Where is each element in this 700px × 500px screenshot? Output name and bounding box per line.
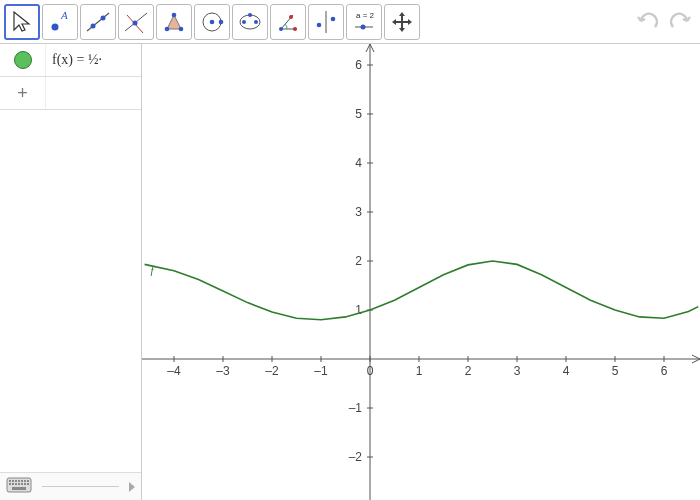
svg-point-23 [331,16,336,21]
svg-text:–1: –1 [314,364,328,378]
svg-text:6: 6 [355,58,362,72]
ellipse-tool[interactable] [232,4,268,40]
add-expression-button[interactable]: + [0,77,46,109]
undo-button[interactable] [632,6,664,38]
add-plus-label: + [17,83,28,104]
svg-rect-37 [15,483,17,485]
svg-text:6: 6 [661,364,668,378]
svg-line-2 [87,13,109,31]
svg-rect-31 [18,480,20,482]
svg-text:A: A [60,9,68,21]
graph-view[interactable]: –4–3–2–10123456–2–1123456f [142,44,700,500]
svg-point-9 [179,26,184,31]
point-tool[interactable]: A [42,4,78,40]
svg-point-4 [101,15,106,20]
svg-rect-34 [27,480,29,482]
svg-rect-39 [21,483,23,485]
svg-rect-32 [21,480,23,482]
svg-text:1: 1 [416,364,423,378]
svg-text:–2: –2 [265,364,279,378]
svg-point-17 [248,13,252,17]
move-graphic-tool[interactable] [384,4,420,40]
svg-rect-36 [12,483,14,485]
move-tool[interactable] [4,4,40,40]
svg-point-22 [317,22,322,27]
svg-point-18 [279,27,283,31]
svg-text:2: 2 [465,364,472,378]
svg-text:4: 4 [563,364,570,378]
undo-redo-group [632,6,696,38]
angle-tool[interactable] [270,4,306,40]
visibility-marble[interactable] [0,44,46,76]
svg-text:0: 0 [367,364,374,378]
svg-text:3: 3 [514,364,521,378]
svg-text:3: 3 [355,205,362,219]
svg-point-20 [289,15,293,19]
svg-rect-42 [12,487,26,490]
expression-text: f(x) = ½· [52,52,102,68]
svg-rect-33 [24,480,26,482]
slider-tool[interactable]: a = 2 [346,4,382,40]
polygon-tool[interactable] [156,4,192,40]
circle-point-tool[interactable] [194,4,230,40]
svg-point-7 [133,20,138,25]
reflection-tool[interactable] [308,4,344,40]
redo-button[interactable] [664,6,696,38]
svg-point-10 [172,12,177,17]
svg-point-19 [293,27,297,31]
empty-expression-cell[interactable] [46,77,141,109]
svg-text:–1: –1 [349,401,363,415]
toolbar: A a = 2 [0,0,700,44]
svg-text:–2: –2 [349,450,363,464]
svg-text:a = 2: a = 2 [356,11,375,20]
svg-text:5: 5 [612,364,619,378]
svg-rect-38 [18,483,20,485]
svg-rect-30 [15,480,17,482]
svg-rect-40 [24,483,26,485]
algebra-panel: f(x) = ½· + [0,44,142,500]
svg-point-3 [91,23,96,28]
svg-rect-28 [9,480,11,482]
svg-point-12 [210,19,215,24]
main: f(x) = ½· + –4–3–2–10123456–2–1123456f [0,44,700,500]
svg-point-0 [52,23,59,30]
svg-text:2: 2 [355,254,362,268]
svg-text:4: 4 [355,156,362,170]
algebra-item[interactable]: f(x) = ½· [0,44,141,77]
perpendicular-tool[interactable] [118,4,154,40]
svg-rect-29 [12,480,14,482]
svg-point-15 [242,20,246,24]
svg-text:–4: –4 [167,364,181,378]
expression-cell[interactable]: f(x) = ½· [46,44,141,76]
svg-point-8 [165,26,170,31]
svg-point-26 [361,24,366,29]
panel-resize-handle[interactable] [129,482,135,492]
svg-text:1: 1 [355,303,362,317]
line-tool[interactable] [80,4,116,40]
svg-point-13 [219,19,224,24]
algebra-footer [0,472,141,500]
svg-text:5: 5 [355,107,362,121]
algebra-add-row: + [0,77,141,110]
svg-text:–3: –3 [216,364,230,378]
keyboard-icon[interactable] [6,477,32,496]
svg-rect-35 [9,483,11,485]
svg-rect-41 [27,483,29,485]
svg-point-16 [254,20,258,24]
